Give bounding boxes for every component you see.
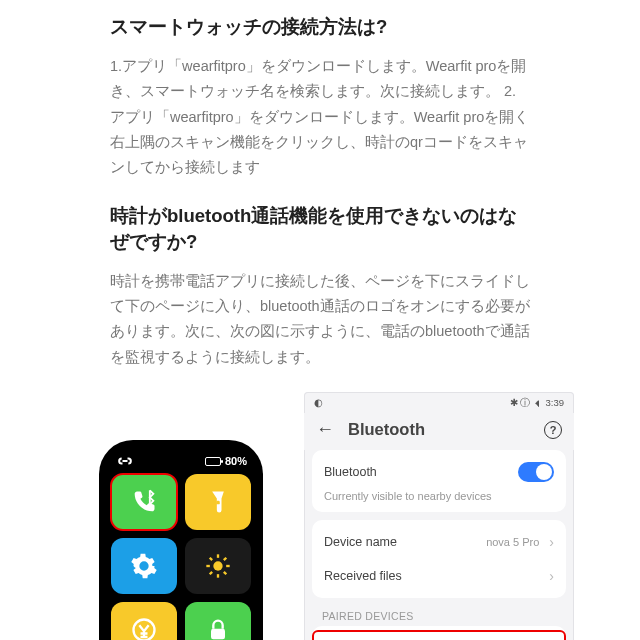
svg-rect-11	[211, 629, 225, 640]
svg-line-9	[224, 558, 226, 560]
watch-illustration: 80%	[86, 440, 276, 640]
svg-line-6	[210, 558, 212, 560]
tile-flashlight[interactable]	[185, 474, 251, 530]
faq1-answer: 1.アプリ「wearfitpro」をダウンロードします。Wearfit proを…	[18, 54, 622, 181]
tile-settings[interactable]	[111, 538, 177, 594]
illustrations: 80%	[18, 392, 622, 640]
bt-toggle[interactable]	[518, 462, 554, 482]
watch-tiles	[111, 474, 251, 640]
faq2-answer: 時計を携帯電話アプリに接続した後、ページを下にスライドして下のページに入り、bl…	[18, 269, 622, 371]
svg-line-7	[224, 572, 226, 574]
battery-label: 80%	[225, 455, 247, 467]
device-name-row[interactable]: Device name nova 5 Pro›	[324, 530, 554, 554]
chevron-right-icon: ›	[549, 534, 554, 550]
svg-rect-0	[216, 501, 220, 505]
device-name-label: Device name	[324, 535, 397, 549]
tile-lock[interactable]	[185, 602, 251, 640]
bt-toggle-card: Bluetooth Currently visible to nearby de…	[312, 450, 566, 512]
paired-label: PAIRED DEVICES	[304, 606, 574, 626]
watch-body: 80%	[99, 440, 263, 640]
received-files-label: Received files	[324, 569, 402, 583]
tile-bt-call[interactable]	[111, 474, 177, 530]
visibility-hint: Currently visible to nearby devices	[324, 490, 554, 502]
device-info-card: Device name nova 5 Pro› Received files ›	[312, 520, 566, 598]
watch-statusbar: 80%	[111, 452, 251, 474]
back-icon[interactable]: ←	[316, 419, 334, 440]
phone-statusbar: ◐ ✱ ⓘ ⏴ 3:39	[304, 392, 574, 413]
paired-device-watch-call[interactable]: Watch Call	[312, 630, 566, 640]
chevron-right-icon: ›	[549, 568, 554, 584]
received-files-row[interactable]: Received files ›	[324, 564, 554, 588]
faq2-question: 時計がbluetooth通話機能を使用できないのはなぜですか?	[18, 203, 622, 255]
phone-illustration: ◐ ✱ ⓘ ⏴ 3:39 ← Bluetooth ? Bluetooth Cur…	[304, 392, 574, 640]
svg-point-1	[213, 561, 222, 570]
paired-devices-card: Watch Call T7 MT3_Audio Show more ⌄	[312, 626, 566, 640]
help-icon[interactable]: ?	[544, 421, 562, 439]
tile-brightness[interactable]	[185, 538, 251, 594]
faq1-question: スマートウォッチの接続方法は?	[18, 14, 622, 40]
status-right: ✱ ⓘ ⏴ 3:39	[510, 397, 564, 410]
bt-toggle-label: Bluetooth	[324, 465, 377, 479]
svg-line-8	[210, 572, 212, 574]
battery-indicator: 80%	[205, 455, 247, 467]
page-title: Bluetooth	[348, 420, 544, 439]
link-icon	[115, 454, 135, 468]
tile-money[interactable]	[111, 602, 177, 640]
status-left: ◐	[314, 397, 323, 410]
phone-header: ← Bluetooth ?	[304, 413, 574, 450]
device-name-value: nova 5 Pro	[486, 536, 539, 548]
